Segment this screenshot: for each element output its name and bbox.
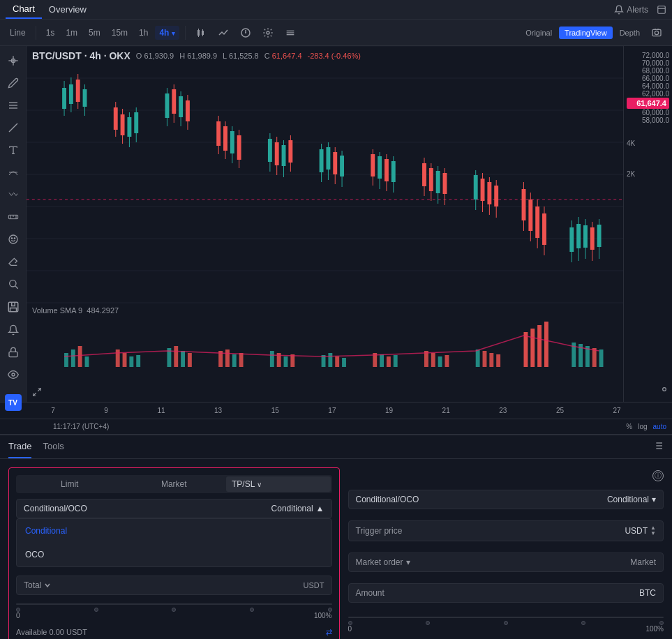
- order-tab-tpsl[interactable]: TP/SL: [226, 476, 331, 492]
- lines-icon[interactable]: [4, 96, 22, 114]
- price-60000: 60,000.0: [627, 109, 669, 116]
- slider-row-left: 0 100%: [16, 601, 332, 622]
- info-icon[interactable]: ⓘ: [652, 470, 664, 481]
- right-dropdown[interactable]: Conditional/OCO Conditional ▾: [348, 490, 664, 509]
- dropdown-trigger[interactable]: Conditional/OCO Conditional ▲: [16, 499, 332, 518]
- save-layout-icon[interactable]: [3, 297, 23, 317]
- measure-icon[interactable]: [4, 208, 22, 226]
- pencil-icon[interactable]: [4, 74, 22, 92]
- svg-rect-164: [387, 356, 391, 367]
- svg-rect-101: [384, 159, 389, 181]
- settings-icon[interactable]: [258, 24, 278, 41]
- auto-toggle[interactable]: auto: [653, 423, 666, 430]
- right-dropdown-value: Conditional ▾: [607, 495, 656, 504]
- nav-chart[interactable]: Chart: [6, 0, 42, 19]
- log-toggle[interactable]: log: [638, 423, 647, 430]
- indicator-icon[interactable]: [236, 24, 255, 41]
- svg-rect-49: [62, 88, 66, 109]
- tab-trade[interactable]: Trade: [8, 435, 31, 458]
- more-icon[interactable]: [281, 24, 300, 41]
- crosshair-icon[interactable]: [4, 52, 22, 70]
- svg-rect-63: [134, 112, 138, 133]
- svg-rect-67: [172, 89, 176, 114]
- trade-left-panel: Limit Market TP/SL Conditional/OCO Condi…: [8, 467, 340, 639]
- slider-dot-25[interactable]: [94, 608, 98, 612]
- svg-rect-131: [576, 224, 581, 248]
- svg-point-29: [11, 238, 12, 239]
- eye-icon[interactable]: [4, 366, 22, 384]
- time-13: 13: [214, 407, 222, 414]
- erase-icon[interactable]: [4, 253, 22, 271]
- svg-rect-135: [590, 227, 595, 250]
- screenshot-icon[interactable]: [647, 24, 666, 41]
- amount-label: Amount: [356, 588, 640, 598]
- svg-rect-97: [371, 154, 375, 176]
- percent-toggle[interactable]: %: [626, 423, 632, 430]
- svg-rect-79: [237, 135, 241, 160]
- chart-type-original[interactable]: Original: [520, 27, 558, 39]
- draw-line-icon[interactable]: [4, 119, 22, 137]
- window-icon[interactable]: [657, 5, 666, 15]
- low-value: L 61,525.8: [223, 52, 259, 60]
- slider-track-right[interactable]: [348, 617, 664, 618]
- price-62000: 62,000.0: [627, 90, 669, 98]
- total-dropdown-icon[interactable]: [44, 582, 51, 589]
- svg-rect-144: [129, 356, 133, 367]
- svg-rect-99: [378, 156, 382, 179]
- alerts-button[interactable]: Alerts: [614, 5, 648, 15]
- dropdown-option-conditional[interactable]: Conditional: [17, 519, 331, 543]
- svg-point-9: [245, 32, 246, 33]
- svg-rect-147: [174, 346, 178, 367]
- text-icon[interactable]: [4, 141, 22, 159]
- svg-rect-111: [443, 173, 447, 194]
- fibonacci-icon[interactable]: [4, 163, 22, 181]
- trigger-price-down[interactable]: ▼: [650, 531, 656, 536]
- toolbar-line[interactable]: Line: [6, 25, 30, 40]
- chart-type-tradingview[interactable]: TradingView: [559, 27, 613, 39]
- tab-tools[interactable]: Tools: [43, 435, 64, 458]
- compare-icon[interactable]: [214, 24, 233, 41]
- time-15: 15: [271, 407, 279, 414]
- toolbar-4h[interactable]: 4h ▾: [155, 26, 179, 40]
- chart-type-depth[interactable]: Depth: [614, 27, 645, 39]
- expand-chart-icon[interactable]: [32, 387, 42, 399]
- slider-track-left[interactable]: [16, 603, 332, 605]
- toolbar-1m[interactable]: 1m: [61, 25, 82, 40]
- toolbar-1h[interactable]: 1h: [135, 25, 152, 40]
- toolbar-15m[interactable]: 15m: [107, 25, 132, 40]
- svg-rect-169: [445, 355, 449, 367]
- alert-bell-icon[interactable]: [4, 321, 22, 339]
- lock-icon[interactable]: [4, 343, 22, 361]
- price-axis-dot[interactable]: [659, 384, 669, 396]
- refresh-icon-left[interactable]: ⇄: [326, 628, 332, 637]
- candle-icon[interactable]: [191, 24, 211, 41]
- slider-dot-75[interactable]: [250, 608, 254, 612]
- order-tab-limit[interactable]: Limit: [17, 476, 122, 492]
- svg-rect-113: [474, 175, 478, 200]
- svg-rect-117: [487, 182, 491, 204]
- svg-rect-87: [288, 140, 292, 163]
- time-25: 25: [556, 407, 564, 414]
- dropdown-option-oco[interactable]: OCO: [17, 543, 331, 566]
- tradingview-logo: TV: [1, 391, 25, 414]
- nav-overview[interactable]: Overview: [42, 0, 94, 19]
- order-tab-market[interactable]: Market: [122, 476, 227, 492]
- conditional-oco-dropdown: Conditional/OCO Conditional ▲ Conditiona…: [16, 499, 332, 567]
- market-order-selector[interactable]: Market order ▾: [356, 557, 410, 567]
- svg-rect-139: [71, 349, 75, 367]
- chart-type-buttons: Original TradingView Depth: [520, 24, 666, 41]
- svg-rect-73: [216, 121, 221, 146]
- smiley-icon[interactable]: [4, 230, 22, 248]
- toolbar-5m[interactable]: 5m: [84, 25, 105, 40]
- total-input-row: Total USDT: [16, 576, 332, 595]
- time-label-row: 7 9 11 13 15 17 19 21 23 25 27: [0, 407, 645, 414]
- pct-right-100: 100%: [645, 625, 664, 633]
- svg-rect-177: [544, 322, 548, 367]
- toolbar-1s[interactable]: 1s: [42, 25, 59, 40]
- pattern-icon[interactable]: [4, 186, 22, 204]
- zoom-icon[interactable]: [4, 275, 22, 293]
- chart-main[interactable]: BTC/USDT · 4h · OKX O 61,930.9 H 61,989.…: [27, 46, 623, 402]
- svg-rect-107: [429, 168, 433, 191]
- slider-dot-right-50[interactable]: [504, 621, 508, 625]
- trade-settings-icon[interactable]: [652, 440, 664, 454]
